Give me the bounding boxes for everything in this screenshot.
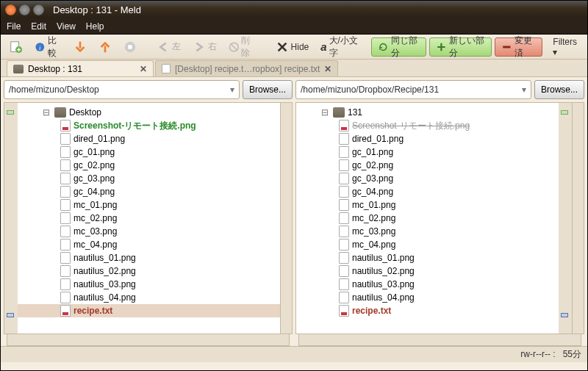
tree-file-row[interactable]: dired_01.png xyxy=(18,132,280,145)
changed-toggle[interactable]: 変更済 xyxy=(495,37,542,57)
tree-file-row[interactable]: gc_03.png xyxy=(296,172,559,185)
tree-file-row[interactable]: mc_01.png xyxy=(296,198,559,212)
left-button[interactable]: 左 xyxy=(152,37,185,57)
vertical-scrollbar[interactable] xyxy=(572,103,584,334)
close-icon[interactable]: ✕ xyxy=(140,64,147,74)
collapse-icon[interactable]: ⊟ xyxy=(43,107,51,118)
file-icon xyxy=(60,120,71,132)
tree-file-row[interactable]: gc_03.png xyxy=(18,172,280,185)
tree-file-row[interactable]: mc_03.png xyxy=(18,225,280,238)
file-icon xyxy=(60,292,71,303)
file-icon xyxy=(339,305,349,317)
window-maximize-button[interactable] xyxy=(33,4,44,15)
left-file-tree[interactable]: ⊟DesktopScreenshot-リモート接続.pngdired_01.pn… xyxy=(18,103,280,334)
left-gutter[interactable] xyxy=(4,103,18,334)
case-icon: a xyxy=(320,40,326,53)
menu-file[interactable]: File xyxy=(7,21,21,32)
tree-file-row[interactable]: gc_01.png xyxy=(18,145,280,159)
file-icon xyxy=(60,133,71,145)
case-button[interactable]: a 大/小文字 xyxy=(316,37,363,57)
file-name: gc_04.png xyxy=(74,187,115,197)
vertical-scrollbar[interactable] xyxy=(280,103,292,334)
stop-button[interactable] xyxy=(119,37,141,57)
file-icon xyxy=(60,186,71,198)
tree-file-row[interactable]: mc_02.png xyxy=(296,212,559,225)
titlebar: Desktop : 131 - Meld xyxy=(1,1,587,18)
chevron-down-icon[interactable]: ▾ xyxy=(230,84,234,95)
horizontal-scrollbar[interactable] xyxy=(7,334,290,346)
window-minimize-button[interactable] xyxy=(19,4,30,15)
stop-icon xyxy=(123,40,137,54)
tree-file-row[interactable]: nautilus_03.png xyxy=(296,278,559,291)
window-close-button[interactable] xyxy=(5,4,16,15)
file-name: nautilus_04.png xyxy=(352,292,415,303)
tree-file-row[interactable]: mc_04.png xyxy=(18,238,280,251)
down-button[interactable] xyxy=(69,37,91,57)
tree-file-row[interactable]: Screenshot-リモート接続.png xyxy=(18,119,280,132)
file-name: mc_03.png xyxy=(74,226,117,237)
new-compare-button[interactable] xyxy=(5,37,27,57)
tree-file-row[interactable]: dired_01.png xyxy=(296,132,559,145)
tree-file-row[interactable]: mc_03.png xyxy=(296,225,559,238)
menubar: File Edit View Help xyxy=(1,18,587,35)
right-path-text: /home/mizuno/Dropbox/Recipe/131 xyxy=(301,84,439,95)
tree-file-row[interactable]: gc_02.png xyxy=(296,159,559,172)
tree-file-row[interactable]: mc_02.png xyxy=(18,212,280,225)
right-browse-button[interactable]: Browse... xyxy=(534,80,584,99)
tree-file-row[interactable]: nautilus_04.png xyxy=(18,291,280,304)
tree-file-row[interactable]: gc_01.png xyxy=(296,145,559,159)
menu-edit[interactable]: Edit xyxy=(31,21,46,32)
no-entry-icon xyxy=(229,40,240,54)
tree-folder-row[interactable]: ⊟Desktop xyxy=(18,106,280,119)
tree-file-row[interactable]: recipe.txt xyxy=(18,304,280,317)
tree-file-row[interactable]: gc_04.png xyxy=(296,185,559,198)
file-icon xyxy=(339,265,349,277)
info-button[interactable]: i 比較 xyxy=(30,37,66,57)
up-button[interactable] xyxy=(94,37,116,57)
tree-folder-row[interactable]: ⊟131 xyxy=(296,106,559,119)
file-name: gc_03.png xyxy=(352,173,393,184)
tree-file-row[interactable]: gc_04.png xyxy=(18,185,280,198)
file-icon xyxy=(339,159,349,171)
horizontal-scrollbar[interactable] xyxy=(298,334,581,346)
status-time: 55分 xyxy=(563,349,581,359)
tree-file-row[interactable]: mc_04.png xyxy=(296,238,559,251)
tree-file-row[interactable]: nautilus_01.png xyxy=(296,251,559,264)
file-name: Screenshot-リモート接続.png xyxy=(352,120,470,132)
tree-file-row[interactable]: nautilus_04.png xyxy=(296,291,559,304)
tree-file-row[interactable]: nautilus_02.png xyxy=(18,264,280,278)
hide-button[interactable]: Hide xyxy=(271,37,314,57)
menu-help[interactable]: Help xyxy=(86,21,104,32)
right-path-input[interactable]: /home/mizuno/Dropbox/Recipe/131 ▾ xyxy=(295,80,531,99)
tree-file-row[interactable]: nautilus_02.png xyxy=(296,264,559,278)
right-gutter[interactable] xyxy=(559,103,572,334)
collapse-icon[interactable]: ⊟ xyxy=(321,107,330,118)
close-icon[interactable]: ✕ xyxy=(324,64,331,74)
left-path-input[interactable]: /home/mizuno/Desktop ▾ xyxy=(4,80,240,99)
tree-file-row[interactable]: recipe.txt xyxy=(296,304,559,317)
compare-label: 比較 xyxy=(48,35,62,60)
tree-file-row[interactable]: mc_01.png xyxy=(18,198,280,212)
right-file-tree[interactable]: ⊟131Screenshot-リモート接続.pngdired_01.pnggc_… xyxy=(296,103,559,334)
tree-file-row[interactable]: Screenshot-リモート接続.png xyxy=(296,119,559,132)
tab-desktop-131[interactable]: Desktop : 131 ✕ xyxy=(7,60,154,76)
refresh-icon xyxy=(378,40,389,54)
tab-recipe-diff[interactable]: [Desktop] recipe.t…ropbox] recipe.txt ✕ xyxy=(155,60,338,76)
new-toggle[interactable]: 新しい部分 xyxy=(429,37,492,57)
file-icon xyxy=(60,199,71,211)
chevron-down-icon[interactable]: ▾ xyxy=(522,84,526,95)
file-icon xyxy=(60,159,71,171)
file-name: gc_02.png xyxy=(352,160,393,170)
tree-file-row[interactable]: nautilus_03.png xyxy=(18,278,280,291)
left-browse-button[interactable]: Browse... xyxy=(243,80,293,99)
right-button[interactable]: 右 xyxy=(188,37,221,57)
tree-file-row[interactable]: nautilus_01.png xyxy=(18,251,280,264)
filters-menu[interactable]: Filters ▾ xyxy=(548,37,583,57)
file-name: dired_01.png xyxy=(74,134,125,144)
file-name: gc_02.png xyxy=(74,160,115,170)
menu-view[interactable]: View xyxy=(57,21,76,32)
tree-file-row[interactable]: gc_02.png xyxy=(18,159,280,172)
file-name: gc_03.png xyxy=(74,173,115,184)
delete-button[interactable]: 削除 xyxy=(224,37,260,57)
same-toggle[interactable]: 同じ部分 xyxy=(371,37,426,57)
